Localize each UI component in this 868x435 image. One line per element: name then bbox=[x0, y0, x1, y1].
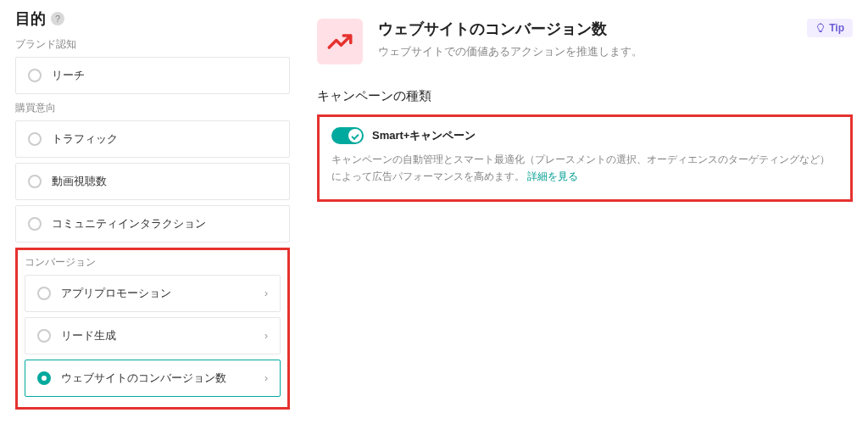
radio-icon bbox=[37, 329, 51, 343]
option-label: トラフィック bbox=[52, 131, 118, 147]
option-label: リード生成 bbox=[61, 328, 116, 343]
option-label: コミュニティインタラクション bbox=[52, 216, 206, 231]
option-video-views[interactable]: 動画視聴数 bbox=[15, 163, 290, 200]
learn-more-link[interactable]: 詳細を見る bbox=[527, 170, 578, 182]
option-traffic[interactable]: トラフィック bbox=[15, 120, 290, 158]
trend-up-icon bbox=[317, 19, 363, 64]
option-app-promo[interactable]: アプリプロモーション › bbox=[25, 275, 281, 312]
option-label: リーチ bbox=[52, 68, 85, 83]
radio-icon bbox=[28, 217, 42, 231]
help-icon[interactable]: ? bbox=[51, 12, 64, 25]
option-website-conversion[interactable]: ウェブサイトのコンバージョン数 › bbox=[25, 360, 281, 397]
radio-icon bbox=[37, 287, 51, 300]
chevron-right-icon: › bbox=[264, 372, 268, 384]
objective-header: ウェブサイトのコンバージョン数 ウェブサイトでの価値あるアクションを推進します。… bbox=[317, 19, 853, 64]
radio-icon bbox=[37, 371, 51, 385]
lightbulb-icon bbox=[815, 23, 826, 33]
toggle-label: Smart+キャンペーン bbox=[372, 128, 476, 143]
objective-subtitle: ウェブサイトでの価値あるアクションを推進します。 bbox=[378, 44, 643, 59]
option-label: アプリプロモーション bbox=[61, 286, 171, 301]
group-label-conversion: コンバージョン bbox=[25, 255, 281, 270]
smart-campaign-toggle[interactable] bbox=[331, 127, 364, 144]
main-panel: ウェブサイトのコンバージョン数 ウェブサイトでの価値あるアクションを推進します。… bbox=[305, 0, 868, 435]
option-label: 動画視聴数 bbox=[52, 174, 107, 189]
tip-button[interactable]: Tip bbox=[807, 19, 853, 37]
sidebar: 目的 ? ブランド認知 リーチ 購買意向 トラフィック 動画視聴数 コミュニティ… bbox=[0, 0, 305, 435]
option-lead-gen[interactable]: リード生成 › bbox=[25, 317, 281, 354]
objective-title: ウェブサイトのコンバージョン数 bbox=[378, 19, 643, 39]
option-community[interactable]: コミュニティインタラクション bbox=[15, 205, 290, 243]
conversion-highlight: コンバージョン アプリプロモーション › リード生成 › ウェブサイトのコンバー… bbox=[15, 248, 290, 410]
chevron-right-icon: › bbox=[264, 330, 268, 342]
chevron-right-icon: › bbox=[264, 287, 268, 299]
tip-label: Tip bbox=[829, 22, 844, 34]
campaign-type-heading: キャンペーンの種類 bbox=[317, 88, 853, 104]
campaign-description: キャンペーンの自動管理とスマート最適化（プレースメントの選択、オーディエンスのタ… bbox=[331, 151, 838, 186]
radio-icon bbox=[28, 132, 42, 146]
radio-icon bbox=[28, 69, 42, 82]
group-label-awareness: ブランド認知 bbox=[15, 37, 290, 52]
sidebar-title: 目的 bbox=[15, 8, 46, 29]
option-reach[interactable]: リーチ bbox=[15, 57, 290, 94]
option-label: ウェブサイトのコンバージョン数 bbox=[61, 371, 226, 386]
radio-icon bbox=[28, 175, 42, 188]
smart-campaign-box: Smart+キャンペーン キャンペーンの自動管理とスマート最適化（プレースメント… bbox=[317, 114, 853, 202]
group-label-consideration: 購買意向 bbox=[15, 101, 290, 115]
